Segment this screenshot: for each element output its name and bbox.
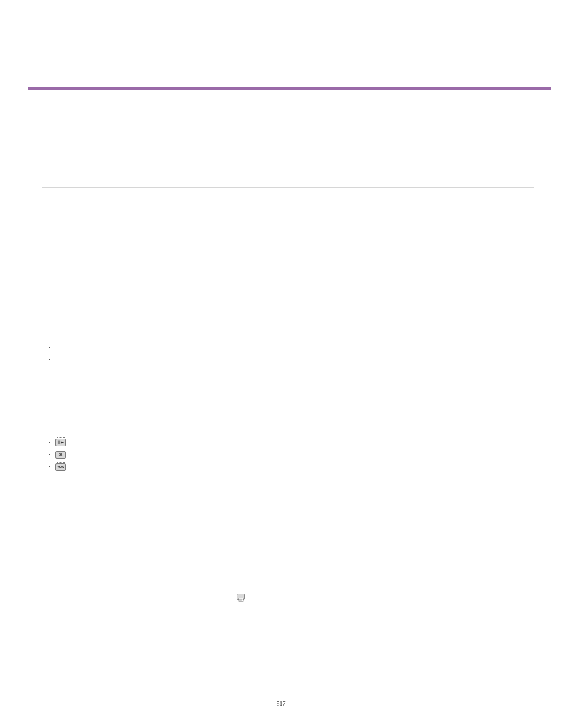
film-play-icon — [55, 439, 66, 446]
list-item: 32 — [55, 449, 534, 461]
page-number: 517 — [0, 700, 562, 707]
list-item — [55, 341, 534, 354]
thirtytwo-icon: 32 — [55, 451, 66, 459]
list-item — [55, 437, 534, 449]
icon-label: YUV — [57, 465, 64, 469]
inline-icon-row — [42, 591, 534, 602]
svg-marker-1 — [61, 441, 64, 443]
icon-label: 32 — [59, 453, 63, 456]
svg-rect-0 — [58, 441, 60, 444]
page-number-text: 517 — [277, 700, 286, 707]
bullet-list-1 — [42, 341, 534, 366]
page-content: 32 YUV — [42, 183, 534, 602]
list-item: YUV — [55, 461, 534, 473]
list-item — [55, 354, 534, 366]
yuv-icon: YUV — [55, 463, 66, 471]
section-rule — [42, 187, 534, 188]
icon-list: 32 YUV — [42, 437, 534, 473]
document-icon — [237, 594, 245, 600]
header-rule — [28, 87, 551, 90]
